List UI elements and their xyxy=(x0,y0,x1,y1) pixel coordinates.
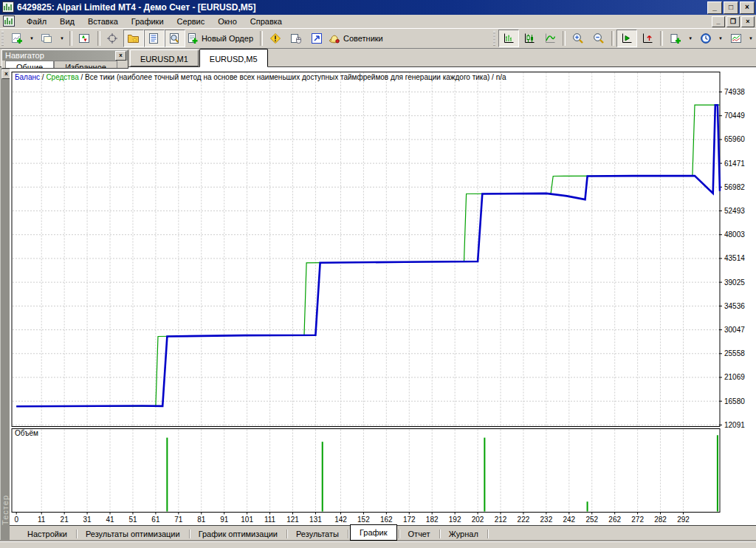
toolbar-grip[interactable] xyxy=(493,31,495,46)
tester-chart[interactable]: 7493870449659606147156982524934800343514… xyxy=(10,72,756,525)
toolbar-separator xyxy=(660,31,663,46)
mdi-minimize-button[interactable]: _ xyxy=(712,16,725,27)
svg-text:272: 272 xyxy=(631,516,644,524)
tab-separator xyxy=(76,530,77,538)
new-chart-button[interactable] xyxy=(7,30,27,47)
clock-icon xyxy=(700,32,712,44)
templates-button[interactable] xyxy=(726,30,746,47)
toolbar-separator xyxy=(260,31,263,46)
metaeditor-button[interactable] xyxy=(265,30,286,47)
chart-candles-button[interactable] xyxy=(519,30,540,47)
legend-quality: n/a xyxy=(496,73,506,81)
svg-text:52493: 52493 xyxy=(724,207,745,215)
legend-balance: Баланс xyxy=(15,73,40,81)
strategy-tester-button[interactable] xyxy=(165,30,185,47)
navigator-tab-0[interactable]: Общие xyxy=(5,61,54,69)
profiles-button[interactable] xyxy=(37,30,58,47)
svg-text:232: 232 xyxy=(540,516,553,524)
chevron-down-icon: ▼ xyxy=(749,36,753,41)
auto-scroll-button[interactable] xyxy=(616,30,637,47)
minimize-button[interactable]: _ xyxy=(707,1,722,14)
mdi-close-button[interactable]: × xyxy=(741,16,755,27)
indicators-dropdown[interactable]: ▼ xyxy=(686,30,695,47)
menu-item-6[interactable]: Справка xyxy=(244,16,289,27)
tester-tab-0[interactable]: Настройки xyxy=(20,527,75,541)
indicators-icon xyxy=(670,32,682,44)
autoscroll-icon xyxy=(621,32,633,44)
chart-shift-button[interactable] xyxy=(637,30,658,47)
menu-bar: ФайлВидВставкаГрафикиСервисОкноСправка _… xyxy=(0,15,756,29)
periods-button[interactable] xyxy=(695,30,716,47)
maximize-button[interactable]: □ xyxy=(724,1,738,14)
mql-window-icon xyxy=(311,32,323,44)
periods-dropdown[interactable]: ▼ xyxy=(716,30,726,47)
svg-text:262: 262 xyxy=(608,516,621,524)
chart-legend: Баланс / Средства / Все тики (наиболее т… xyxy=(15,73,506,81)
tester-tab-3[interactable]: Результаты xyxy=(289,527,346,541)
menu-item-1[interactable]: Вид xyxy=(53,16,81,27)
navigator-close-icon[interactable]: x xyxy=(115,51,126,61)
navigator-button[interactable] xyxy=(123,30,144,47)
close-button[interactable]: × xyxy=(740,1,755,14)
menu-item-5[interactable]: Окно xyxy=(211,16,244,27)
svg-text:242: 242 xyxy=(563,516,575,524)
tester-graph-area[interactable]: Баланс / Средства / Все тики (наиболее т… xyxy=(10,67,756,525)
navigator-title-bar[interactable]: Навигатор x xyxy=(2,50,128,61)
fullscreen-button[interactable] xyxy=(306,30,327,47)
svg-text:71: 71 xyxy=(174,516,183,524)
svg-text:43514: 43514 xyxy=(724,254,745,262)
zoom-out-button[interactable] xyxy=(588,30,609,47)
svg-text:91: 91 xyxy=(220,516,229,524)
templates-dropdown[interactable]: ▼ xyxy=(746,30,756,47)
tester-tab-6[interactable]: Журнал xyxy=(441,527,486,541)
window-title: 6429825: Alpari Limited MT4 - Демо Счет … xyxy=(17,2,706,13)
tester-strip: x Тестер xyxy=(0,67,10,541)
profiles-dropdown[interactable]: ▼ xyxy=(58,30,67,47)
status-strip xyxy=(0,541,756,548)
svg-text:34536: 34536 xyxy=(724,302,745,310)
new-chart-dropdown[interactable]: ▼ xyxy=(27,30,37,47)
chart-tab-eurusd-m1[interactable]: EURUSD,M1 xyxy=(130,49,199,66)
toolbar-separator xyxy=(563,31,566,46)
crosshair-icon xyxy=(106,32,119,44)
market-watch-button[interactable] xyxy=(75,30,95,47)
bars-icon xyxy=(503,32,515,44)
toolbar-grip[interactable] xyxy=(1,31,4,46)
svg-text:282: 282 xyxy=(654,516,667,524)
svg-text:74938: 74938 xyxy=(724,88,745,96)
zoom-in-icon xyxy=(572,32,585,44)
chart-bars-button[interactable] xyxy=(498,30,519,47)
svg-text:292: 292 xyxy=(677,516,690,524)
menu-item-2[interactable]: Вставка xyxy=(81,16,125,27)
terminal-button[interactable] xyxy=(144,30,165,47)
tester-tab-5[interactable]: Отчет xyxy=(401,527,438,541)
tester-tab-2[interactable]: График оптимизации xyxy=(191,527,285,541)
toolbar-separator xyxy=(611,31,614,46)
tester-graph-svg[interactable]: 7493870449659606147156982524934800343514… xyxy=(10,72,756,525)
menu-item-3[interactable]: Графики xyxy=(125,16,171,27)
tab-separator xyxy=(439,530,440,538)
tester-tab-1[interactable]: Результаты оптимизации xyxy=(78,527,188,541)
indicators-button[interactable] xyxy=(665,30,686,47)
menu-item-4[interactable]: Сервис xyxy=(171,16,212,27)
navigator-panel: Навигатор x ОбщиеИзбранное xyxy=(1,49,128,69)
balance-plot-frame xyxy=(12,72,720,427)
templates-icon xyxy=(730,32,743,44)
app-icon xyxy=(2,1,15,13)
chevron-down-icon: ▼ xyxy=(30,36,34,41)
zoom-in-button[interactable] xyxy=(568,30,588,47)
advisors-button[interactable]: Советники xyxy=(327,30,388,47)
chart-line-button[interactable] xyxy=(540,30,560,47)
new-order-button[interactable]: Новый Ордер xyxy=(185,30,258,47)
app-icon xyxy=(3,16,16,27)
mdi-restore-button[interactable]: ❐ xyxy=(726,16,740,27)
app-chart-icon xyxy=(2,1,15,13)
svg-text:202: 202 xyxy=(472,516,484,524)
legend-sep: / xyxy=(489,73,495,81)
menu-item-0[interactable]: Файл xyxy=(20,16,53,27)
navigator-tab-1[interactable]: Избранное xyxy=(54,61,117,69)
chart-tab-eurusd-m5[interactable]: EURUSD,M5 xyxy=(199,49,268,67)
tester-tab-4[interactable]: График xyxy=(350,524,397,541)
data-window-button[interactable] xyxy=(103,30,123,47)
expert-properties-button[interactable] xyxy=(286,30,306,47)
